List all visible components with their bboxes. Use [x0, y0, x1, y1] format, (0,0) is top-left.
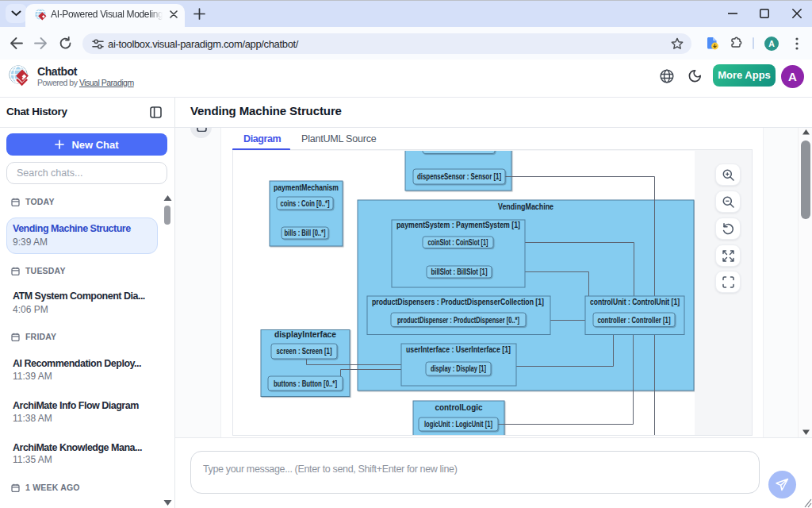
svg-text:controlUnit : ControlUnit [1]: controlUnit : ControlUnit [1] — [590, 298, 680, 306]
svg-text:coins : Coin [0..*]: coins : Coin [0..*] — [281, 199, 330, 208]
svg-text:VendingMachine: VendingMachine — [498, 202, 553, 211]
svg-text:bills : Bill [0..*]: bills : Bill [0..*] — [285, 229, 326, 237]
svg-text:buttons : Button [0..*]: buttons : Button [0..*] — [274, 379, 337, 388]
svg-text:billSlot : BillSlot [1]: billSlot : BillSlot [1] — [431, 267, 488, 276]
svg-text:paymentMechanism: paymentMechanism — [274, 183, 339, 192]
svg-text:controller : Controller [1]: controller : Controller [1] — [598, 316, 671, 325]
svg-text:coinSlot : CoinSlot [1]: coinSlot : CoinSlot [1] — [428, 238, 488, 247]
svg-text:display : Display [1]: display : Display [1] — [431, 364, 486, 373]
svg-text:productDispensers : ProductDis: productDispensers : ProductDispenserColl… — [372, 298, 544, 306]
svg-text:logicUnit : LogicUnit [1]: logicUnit : LogicUnit [1] — [424, 420, 492, 429]
svg-text:userInterface : UserInterface: userInterface : UserInterface [1] — [406, 345, 511, 354]
svg-text:controlLogic: controlLogic — [435, 403, 483, 412]
svg-text:dispenseSensor : Sensor [1]: dispenseSensor : Sensor [1] — [417, 172, 501, 181]
svg-text:displayInterface: displayInterface — [274, 330, 336, 339]
svg-text:paymentSystem : PaymentSystem: paymentSystem : PaymentSystem [1] — [396, 221, 520, 229]
svg-text:screen : Screen [1]: screen : Screen [1] — [277, 347, 332, 356]
svg-text:productDispenser : ProductDisp: productDispenser : ProductDispenser [0..… — [397, 316, 519, 325]
